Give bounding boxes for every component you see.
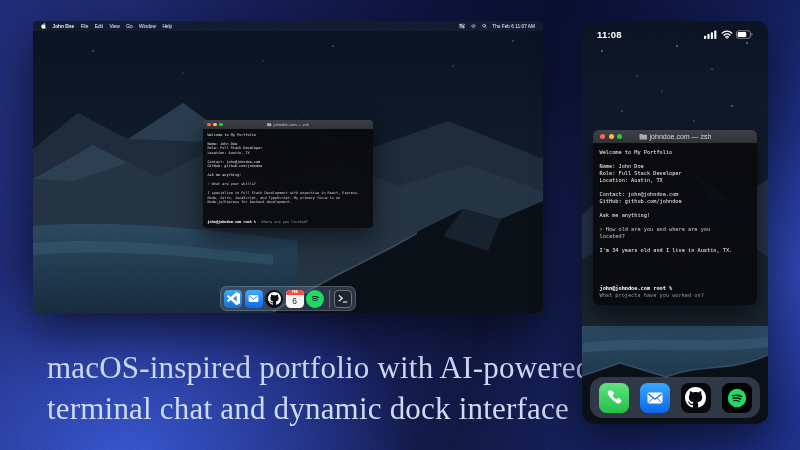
menu-item-edit[interactable]: Edit bbox=[95, 23, 103, 29]
promo-caption: macOS-inspired portfolio with AI-powered… bbox=[47, 347, 607, 429]
terminal-role-line: Role: Full Stack Developer bbox=[600, 170, 737, 177]
mac-terminal-titlebar[interactable]: johndoe.com — zsh bbox=[203, 120, 373, 129]
caption-line-1: macOS-inspired portfolio with AI-powered bbox=[47, 347, 607, 388]
terminal-contact-line: Contact: john@johndoe.com bbox=[600, 191, 737, 198]
dock-icon-mail[interactable] bbox=[640, 383, 670, 413]
menu-app-name[interactable]: John Doe bbox=[53, 23, 75, 29]
terminal-welcome-line: Welcome to My Portfolio bbox=[600, 149, 737, 156]
phone-terminal-body[interactable]: Welcome to My Portfolio Name: John Doe R… bbox=[593, 143, 757, 305]
search-icon[interactable] bbox=[482, 24, 487, 29]
calendar-day: 6 bbox=[286, 295, 304, 308]
github-icon bbox=[268, 292, 281, 305]
menu-item-go[interactable]: Go bbox=[126, 23, 132, 29]
terminal-prompt-line[interactable]: john@johndoe.com root % Where are you lo… bbox=[208, 220, 363, 225]
mac-terminal-window[interactable]: johndoe.com — zsh Welcome to My Portfoli… bbox=[203, 120, 373, 228]
menu-item-help[interactable]: Help bbox=[162, 23, 172, 29]
terminal-answer-line: I'm 34 years old and I live in Austin, T… bbox=[600, 247, 737, 254]
typed-input[interactable]: What projects have you worked on? bbox=[600, 292, 737, 299]
mail-icon bbox=[247, 292, 260, 305]
wifi-icon bbox=[721, 30, 733, 39]
control-center-icon[interactable] bbox=[459, 24, 465, 29]
terminal-answer-paragraph: I specialize in Full Stack Development w… bbox=[208, 191, 363, 205]
iphone-status-bar: 11:08 bbox=[582, 27, 768, 41]
iphone-screenshot: 11:08 bbox=[582, 21, 768, 424]
terminal-location-line: Location: Austin, TX bbox=[600, 177, 737, 184]
terminal-prompt-line[interactable]: john@johndoe.com root % bbox=[600, 285, 737, 292]
folder-icon bbox=[267, 123, 272, 127]
dock-icon-vscode[interactable] bbox=[224, 290, 242, 308]
prompt-arrow: > bbox=[208, 182, 210, 186]
cellular-signal-icon bbox=[704, 30, 717, 39]
github-icon bbox=[685, 387, 706, 408]
battery-icon bbox=[736, 30, 753, 39]
typed-input[interactable]: Where are you located? bbox=[262, 220, 308, 224]
menu-item-file[interactable]: File bbox=[81, 23, 89, 29]
terminal-ask-line: Ask me anything! bbox=[600, 212, 737, 219]
dock-icon-terminal[interactable] bbox=[334, 290, 352, 308]
prompt-arrow: > bbox=[600, 226, 603, 232]
promo-canvas: John Doe File Edit View Go Window Help bbox=[0, 0, 800, 450]
menu-item-window[interactable]: Window bbox=[139, 23, 156, 29]
iphone-dock bbox=[590, 377, 760, 418]
macos-desktop-screenshot: John Doe File Edit View Go Window Help bbox=[33, 21, 543, 313]
mac-terminal-title: johndoe.com — zsh bbox=[274, 122, 309, 127]
macos-menu-bar: John Doe File Edit View Go Window Help bbox=[33, 21, 543, 31]
terminal-name-line: Name: John Doe bbox=[600, 163, 737, 170]
mail-icon bbox=[645, 388, 665, 408]
terminal-question-line: > How old are you and where are you loca… bbox=[600, 226, 737, 240]
menu-bar-clock[interactable]: Thu Feb 6 11:07 AM bbox=[492, 23, 535, 29]
mac-terminal-body[interactable]: Welcome to My Portfolio Name: John Doe R… bbox=[203, 129, 373, 228]
shell-prompt: john@johndoe.com root % bbox=[208, 220, 256, 224]
dock-icon-spotify[interactable] bbox=[306, 290, 324, 308]
wifi-icon[interactable] bbox=[470, 24, 476, 29]
dock-icon-github[interactable] bbox=[681, 383, 711, 413]
shell-prompt: john@johndoe.com root % bbox=[600, 285, 673, 291]
vscode-icon bbox=[227, 292, 240, 305]
dock-icon-mail[interactable] bbox=[245, 290, 263, 308]
terminal-github-line: GitHub: github.com/johndoe bbox=[600, 198, 737, 205]
phone-terminal-window[interactable]: johndoe.com — zsh Welcome to My Portfoli… bbox=[593, 130, 757, 305]
status-time: 11:08 bbox=[597, 29, 622, 40]
phone-icon bbox=[604, 388, 623, 407]
dock-icon-calendar[interactable]: FEB 6 bbox=[286, 290, 304, 308]
macos-dock: FEB 6 bbox=[220, 286, 356, 311]
caption-line-2: terminal chat and dynamic dock interface bbox=[47, 388, 607, 429]
spotify-icon bbox=[726, 387, 748, 409]
phone-terminal-title: johndoe.com — zsh bbox=[650, 133, 712, 140]
phone-terminal-titlebar[interactable]: johndoe.com — zsh bbox=[593, 130, 757, 143]
terminal-icon bbox=[337, 293, 349, 305]
folder-icon bbox=[639, 133, 647, 140]
apple-menu-icon[interactable] bbox=[41, 23, 46, 29]
spotify-icon bbox=[309, 292, 322, 305]
dock-separator bbox=[329, 290, 330, 308]
dock-icon-spotify[interactable] bbox=[722, 383, 752, 413]
dock-icon-github[interactable] bbox=[265, 290, 283, 308]
menu-item-view[interactable]: View bbox=[109, 23, 119, 29]
dock-icon-phone[interactable] bbox=[599, 383, 629, 413]
